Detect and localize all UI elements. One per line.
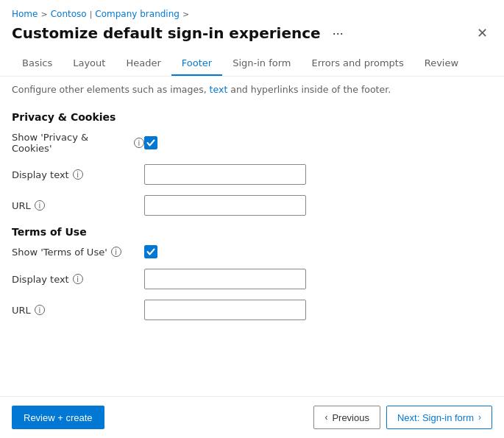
privacy-display-text-row: Display text i (12, 164, 492, 185)
breadcrumb: Home > Contoso | Company branding > (0, 0, 504, 22)
terms-show-info-icon: i (111, 247, 121, 257)
previous-arrow-icon: ‹ (324, 412, 327, 423)
breadcrumb-sep3: > (182, 10, 189, 19)
privacy-url-row: URL i (12, 195, 492, 216)
breadcrumb-section[interactable]: Company branding (95, 9, 180, 19)
terms-display-text-info-icon: i (73, 274, 83, 284)
title-row: Customize default sign-in experience ···… (0, 22, 504, 52)
privacy-show-info-icon: i (134, 138, 144, 148)
breadcrumb-contoso[interactable]: Contoso (51, 9, 87, 19)
terms-url-info-icon: i (35, 305, 45, 315)
terms-url-label: URL i (12, 305, 144, 316)
page-title: Customize default sign-in experience (12, 24, 321, 42)
terms-url-row: URL i (12, 300, 492, 320)
terms-show-checkbox[interactable] (144, 245, 157, 258)
more-options-button[interactable]: ··· (328, 24, 348, 43)
privacy-display-text-label: Display text i (12, 169, 144, 180)
customize-panel: Home > Contoso | Company branding > Cust… (0, 0, 504, 438)
tab-header[interactable]: Header (116, 52, 171, 76)
privacy-section-title: Privacy & Cookies (12, 111, 492, 123)
terms-section-title: Terms of Use (12, 226, 492, 238)
description-text: Configure other elements such as images,… (0, 77, 504, 99)
title-left: Customize default sign-in experience ··· (12, 24, 348, 43)
terms-display-text-input[interactable] (144, 269, 306, 289)
privacy-url-input[interactable] (144, 195, 306, 216)
terms-display-text-row: Display text i (12, 269, 492, 289)
footer-bar: Review + create ‹ Previous Next: Sign-in… (0, 396, 504, 438)
tab-basics[interactable]: Basics (12, 52, 63, 76)
breadcrumb-home[interactable]: Home (12, 9, 38, 19)
tab-review[interactable]: Review (414, 52, 469, 76)
terms-show-row: Show 'Terms of Use' i (12, 245, 492, 258)
breadcrumb-sep1: > (40, 10, 47, 19)
privacy-url-info-icon: i (35, 200, 45, 211)
privacy-url-label: URL i (12, 200, 144, 211)
description-text-link[interactable]: text (210, 84, 228, 95)
privacy-show-row: Show 'Privacy & Cookies' i (12, 132, 492, 154)
checkmark-icon (146, 138, 155, 147)
privacy-show-checkbox-wrapper[interactable] (144, 136, 157, 149)
privacy-show-label: Show 'Privacy & Cookies' i (12, 132, 144, 154)
privacy-display-text-input[interactable] (144, 164, 306, 185)
tab-footer[interactable]: Footer (171, 52, 222, 76)
privacy-show-checkbox[interactable] (144, 136, 157, 149)
breadcrumb-sep2: | (90, 10, 93, 19)
tab-signin-form[interactable]: Sign-in form (222, 52, 301, 76)
tab-bar: Basics Layout Header Footer Sign-in form… (0, 52, 504, 77)
terms-display-text-label: Display text i (12, 274, 144, 285)
next-arrow-icon: › (478, 412, 481, 423)
review-create-button[interactable]: Review + create (12, 406, 104, 429)
tab-errors-prompts[interactable]: Errors and prompts (301, 52, 414, 76)
next-button[interactable]: Next: Sign-in form › (386, 406, 492, 429)
checkmark-icon-terms (146, 247, 155, 256)
privacy-display-text-info-icon: i (73, 169, 83, 180)
main-content: Privacy & Cookies Show 'Privacy & Cookie… (0, 99, 504, 396)
terms-show-label: Show 'Terms of Use' i (12, 247, 144, 258)
terms-url-input[interactable] (144, 300, 306, 320)
terms-show-checkbox-wrapper[interactable] (144, 245, 157, 258)
previous-button[interactable]: ‹ Previous (313, 406, 380, 429)
close-button[interactable]: ✕ (472, 24, 492, 43)
tab-layout[interactable]: Layout (63, 52, 116, 76)
